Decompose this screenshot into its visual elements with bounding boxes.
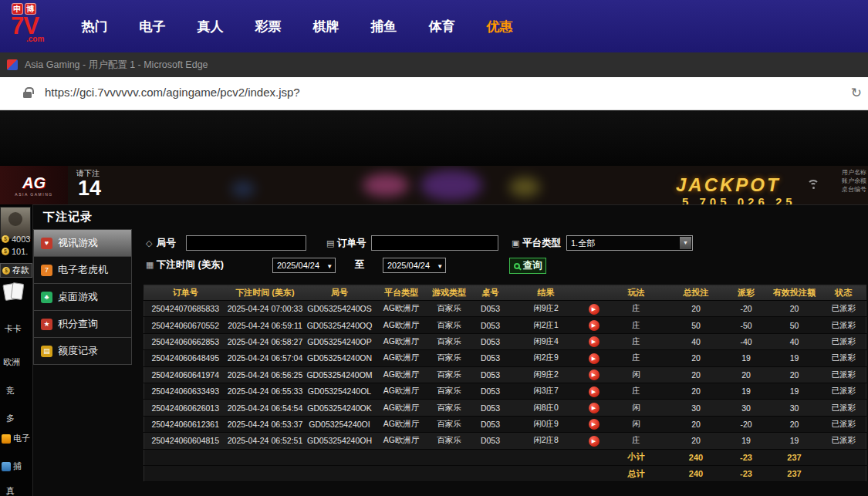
refresh-icon[interactable]: ↻ (851, 85, 862, 101)
replay-button[interactable]: ▶ (589, 336, 599, 347)
replay-button[interactable]: ▶ (589, 403, 599, 413)
cell-play: 闲 (606, 416, 667, 432)
cell-status: 已派彩 (822, 400, 866, 416)
calendar-icon: ▦ (146, 260, 154, 270)
ag-logo: AG ASIA GAMING (0, 166, 68, 204)
table-row: 2504240606123612025-04-24 06:53:37GD0532… (144, 416, 866, 432)
cell-platform: AG欧洲厅 (376, 366, 427, 383)
grand_total-valid_bet: 237 (768, 465, 822, 481)
chevron-down-icon: ▼ (326, 263, 333, 270)
coin-icon: $ (2, 267, 10, 275)
cell-platform: AG欧洲厅 (376, 416, 427, 432)
countdown-timer: 14 (78, 177, 101, 201)
to-label: 至 (355, 258, 365, 272)
nav-item-5[interactable]: 棋牌 (297, 18, 355, 35)
platform-select-value: 1.全部 (571, 238, 595, 248)
menu-item-3[interactable]: ♣桌面游戏 (33, 284, 132, 311)
cell-total_bet: 40 (667, 333, 725, 349)
jackpot-label: JACKPOT (676, 174, 781, 196)
cell-game: 百家乐 (427, 433, 471, 449)
table-row: 2504240606484952025-04-24 06:57:04GD0532… (144, 350, 866, 366)
cell-replay: ▶ (583, 350, 606, 366)
replay-button[interactable]: ▶ (589, 353, 599, 364)
hall-tab-label: 真 (6, 485, 15, 496)
panel-title: 下注记录 (43, 210, 93, 224)
cell-status: 已派彩 (822, 301, 866, 317)
deposit-button[interactable]: $ 存款 (0, 263, 32, 278)
hall-tab-1[interactable]: 卡卡 (5, 323, 22, 335)
date-to-select[interactable]: 2025/04/24 ▼ (383, 258, 446, 273)
replay-button[interactable]: ▶ (589, 304, 599, 315)
cell-play: 庄 (606, 383, 667, 399)
cell-status: 已派彩 (822, 433, 866, 449)
asia-gaming-favicon-icon (7, 59, 18, 70)
hall-tab-6[interactable]: 捕 (2, 461, 22, 472)
menu-item-4[interactable]: ★积分查询 (33, 311, 132, 338)
hall-tab-label: 电子 (13, 433, 30, 444)
nav-item-1[interactable]: 热门 (66, 18, 123, 35)
search-button[interactable]: 查询 (509, 258, 546, 274)
cell-result: 闲2庄1 (510, 317, 583, 333)
banner-light-blob (363, 174, 409, 197)
cell-game: 百家乐 (427, 366, 471, 383)
menu-item-1[interactable]: ♥视讯游戏 (33, 230, 132, 257)
hall-tab-5[interactable]: 电子 (2, 433, 30, 444)
bet-records-panel: 下注记录 ♥视讯游戏7电子老虎机♣桌面游戏★积分查询▤额度记录 ◇ 局号 ▤ 订… (32, 204, 868, 496)
site-logo[interactable]: 申 博 7V .com (11, 3, 66, 49)
nav-item-7[interactable]: 体育 (413, 18, 471, 35)
chevron-down-icon: ▼ (437, 263, 443, 270)
hall-tab-3[interactable]: 竞 (6, 385, 15, 396)
cell-time: 2025-04-24 06:52:51 (227, 433, 304, 449)
panel-menu: ♥视讯游戏7电子老虎机♣桌面游戏★积分查询▤额度记录 (33, 229, 132, 365)
cell-order: 250424060612361 (144, 416, 227, 432)
cell-game: 百家乐 (427, 400, 471, 416)
subtotal-valid_bet: 237 (768, 449, 822, 465)
cell-game: 百家乐 (427, 317, 471, 333)
nav-item-4[interactable]: 彩票 (239, 18, 297, 35)
cell-table_no: D053 (471, 383, 510, 399)
order-filter-label: 订单号 (337, 237, 366, 250)
menu-item-label: 额度记录 (58, 344, 98, 358)
replay-button[interactable]: ▶ (589, 419, 599, 430)
replay-button[interactable]: ▶ (589, 320, 599, 331)
menu-item-2[interactable]: 7电子老虎机 (33, 257, 132, 284)
cell-table_no: D053 (471, 433, 510, 449)
column-header: 下注时间 (美东) (227, 285, 304, 301)
banner-light-blob (231, 181, 255, 197)
cell-round: GD053254240OM (304, 366, 376, 383)
lock-icon[interactable] (23, 92, 32, 98)
cell-replay: ▶ (583, 333, 606, 349)
cell-replay: ▶ (583, 366, 606, 383)
cell-round: GD053254240OK (304, 400, 376, 416)
nav-item-3[interactable]: 真人 (181, 18, 239, 35)
balance-value-2: 101. (12, 247, 28, 256)
platform-select[interactable]: 1.全部 ▼ (566, 235, 693, 251)
hall-tab-2[interactable]: 欧洲 (3, 356, 20, 368)
game-banner: AG ASIA GAMING 请下注 14 JACKPOT 5 705 026 … (0, 166, 868, 204)
cell-status: 已派彩 (822, 333, 866, 349)
order-input[interactable] (371, 235, 498, 251)
cell-round: GD053254240OQ (304, 317, 376, 333)
hall-tab-4[interactable]: 多 (6, 413, 15, 424)
cell-valid_bet: 20 (768, 416, 822, 432)
slots-icon (2, 434, 11, 444)
records-table: 订单号下注时间 (美东)局号平台类型游戏类型桌号结果玩法总投注派彩有效投注额状态… (144, 285, 866, 482)
round-input[interactable] (186, 235, 306, 251)
hall-tab-7[interactable]: 真 (6, 485, 15, 496)
url-text[interactable]: https://gci.7vvvvvv.com/agingame/pcv2/in… (45, 86, 300, 99)
cell-replay: ▶ (583, 317, 606, 333)
replay-button[interactable]: ▶ (589, 386, 599, 397)
cell-platform: AG欧洲厅 (376, 350, 427, 366)
menu-item-5[interactable]: ▤额度记录 (33, 338, 132, 365)
cell-result: 闲8庄0 (510, 400, 583, 416)
nav-item-2[interactable]: 电子 (123, 18, 181, 35)
cell-result: 闲0庄9 (510, 416, 583, 432)
nav-item-8[interactable]: 优惠 (471, 18, 529, 35)
replay-button[interactable]: ▶ (589, 436, 599, 447)
cell-order: 250424060633493 (144, 383, 227, 399)
nav-item-6[interactable]: 捕鱼 (355, 18, 413, 35)
replay-button[interactable]: ▶ (589, 369, 599, 380)
date-to-value: 2025/04/24 (387, 261, 430, 270)
coin-icon: $ (2, 248, 9, 255)
date-from-select[interactable]: 2025/04/24 ▼ (272, 258, 336, 273)
